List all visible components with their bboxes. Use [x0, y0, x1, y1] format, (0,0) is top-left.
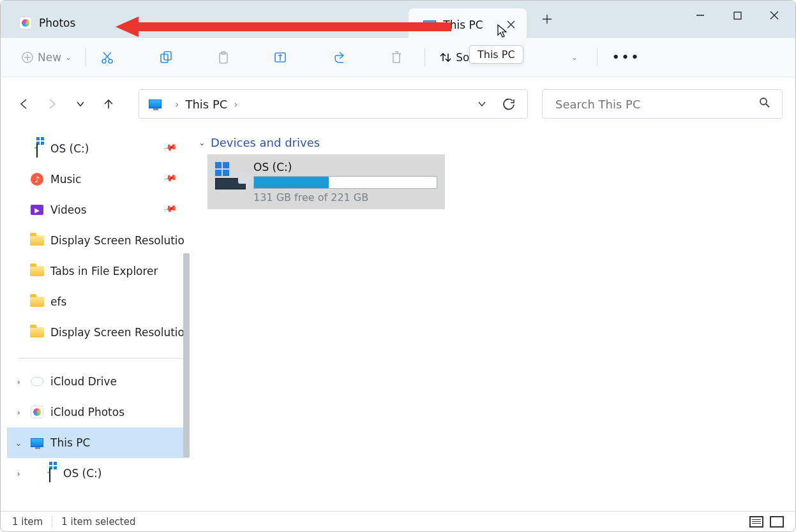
- copy-button[interactable]: [154, 45, 178, 70]
- sidebar-quick-item[interactable]: ♪Music📌: [7, 164, 190, 195]
- breadcrumb-item[interactable]: This PC: [185, 98, 227, 111]
- expand-toggle[interactable]: ›: [12, 377, 25, 387]
- lock-icon: [238, 172, 250, 184]
- sidebar-item-label: Display Screen Resolutio: [50, 326, 184, 339]
- view-toggle: [749, 516, 784, 528]
- sidebar-quick-item[interactable]: Display Screen Resolutio: [7, 317, 190, 348]
- details-view-button[interactable]: [749, 516, 763, 528]
- sidebar-item-label: iCloud Photos: [50, 406, 124, 418]
- pin-icon: 📌: [163, 140, 177, 155]
- tab-label: Photos: [39, 17, 75, 29]
- chevron-down-icon: ⌄: [571, 53, 578, 62]
- drive-icon: [215, 163, 246, 200]
- status-bar: 1 item 1 item selected: [1, 511, 795, 531]
- item-selected: 1 item selected: [61, 516, 135, 528]
- chevron-down-icon: ⌄: [65, 53, 71, 62]
- folder-icon: [30, 264, 44, 278]
- sidebar-item-label: Videos: [50, 203, 87, 216]
- expand-toggle[interactable]: ›: [12, 408, 25, 417]
- monitor-icon: [30, 436, 44, 450]
- navigation-row: › This PC ›: [1, 86, 795, 122]
- sidebar-quick-item[interactable]: Display Screen Resolutio: [7, 225, 190, 256]
- sidebar-item-label: Music: [50, 173, 81, 186]
- more-button[interactable]: •••: [606, 45, 645, 70]
- share-button[interactable]: [327, 45, 352, 70]
- svg-point-2: [102, 59, 106, 63]
- search-icon[interactable]: [759, 97, 770, 111]
- new-tab-button[interactable]: [536, 8, 559, 31]
- svg-point-9: [760, 98, 767, 105]
- drive-name: OS (C:): [253, 161, 437, 174]
- photos-icon: [19, 16, 33, 30]
- new-button[interactable]: New ⌄: [16, 45, 77, 70]
- drive-tile[interactable]: OS (C:) 131 GB free of 221 GB: [207, 154, 445, 209]
- cut-button[interactable]: [95, 45, 119, 70]
- sidebar-tree-item[interactable]: ›iCloud Drive: [7, 366, 190, 397]
- tab-close-button[interactable]: [502, 16, 520, 34]
- pin-icon: 📌: [163, 171, 177, 186]
- video-icon: ▶: [30, 203, 44, 217]
- body-split: OS (C:)📌♪Music📌▶Videos📌Display Screen Re…: [1, 122, 795, 511]
- chevron-right-icon[interactable]: ›: [234, 98, 237, 110]
- folder-icon: [30, 325, 44, 339]
- sidebar-quick-item[interactable]: efs: [7, 286, 190, 317]
- sidebar-tree-item[interactable]: ›iCloud Photos: [7, 397, 190, 427]
- svg-rect-0: [734, 12, 741, 19]
- sidebar-item-label: Display Screen Resolutio: [50, 234, 184, 247]
- address-bar[interactable]: › This PC ›: [139, 89, 528, 119]
- sidebar-tree-item[interactable]: ⌄This PC: [7, 427, 190, 458]
- search-box[interactable]: [542, 89, 783, 119]
- expand-toggle[interactable]: ›: [12, 469, 25, 478]
- monitor-icon: [148, 97, 162, 111]
- maximize-button[interactable]: [719, 1, 756, 30]
- photos-icon: [30, 405, 44, 419]
- view-button[interactable]: ⌄: [566, 45, 583, 70]
- drive-icon: [30, 142, 44, 156]
- chevron-down-icon: ⌄: [199, 138, 206, 147]
- folder-icon: [30, 233, 44, 248]
- sidebar-item-label: iCloud Drive: [50, 375, 117, 388]
- item-count: 1 item: [12, 516, 43, 528]
- tab-tooltip: This PC: [469, 45, 523, 64]
- tab-photos[interactable]: Photos: [10, 8, 84, 38]
- address-dropdown[interactable]: [471, 93, 493, 115]
- cloud-icon: [30, 374, 44, 388]
- recent-button[interactable]: [70, 93, 91, 115]
- sidebar-item-label: efs: [50, 295, 66, 308]
- toolbar: New ⌄ Sort ⌄ ⌄ •••: [1, 38, 795, 77]
- forward-button[interactable]: [41, 93, 63, 115]
- tiles-view-button[interactable]: [770, 516, 784, 528]
- drive-icon: [43, 466, 57, 480]
- window-controls: [682, 1, 793, 30]
- paste-button[interactable]: [211, 45, 236, 70]
- back-button[interactable]: [13, 93, 35, 115]
- up-button[interactable]: [98, 93, 119, 115]
- scrollbar[interactable]: [183, 253, 190, 457]
- pin-icon: 📌: [163, 202, 177, 216]
- sidebar-quick-item[interactable]: ▶Videos📌: [7, 195, 190, 225]
- drive-usage-bar: [253, 176, 437, 189]
- annotation-arrow: [116, 19, 451, 34]
- drive-free-text: 131 GB free of 221 GB: [253, 191, 437, 203]
- search-input[interactable]: [554, 97, 749, 112]
- refresh-button[interactable]: [499, 94, 518, 114]
- main-panel: ⌄ Devices and drives OS (C:) 131 GB free…: [190, 122, 795, 511]
- group-header[interactable]: ⌄ Devices and drives: [199, 136, 785, 149]
- sidebar-quick-item[interactable]: OS (C:)📌: [7, 133, 190, 164]
- svg-point-3: [109, 59, 112, 63]
- rename-button[interactable]: [269, 45, 294, 70]
- expand-toggle[interactable]: ⌄: [12, 438, 25, 448]
- chevron-right-icon[interactable]: ›: [175, 98, 179, 110]
- delete-button[interactable]: [385, 45, 408, 70]
- sidebar-item-label: OS (C:): [50, 142, 89, 155]
- sidebar-item-label: OS (C:): [63, 467, 101, 480]
- sidebar: OS (C:)📌♪Music📌▶Videos📌Display Screen Re…: [1, 122, 190, 511]
- sidebar-quick-item[interactable]: Tabs in File Explorer: [7, 256, 190, 286]
- sidebar-tree-item[interactable]: ›OS (C:): [7, 458, 190, 489]
- music-icon: ♪: [30, 172, 44, 186]
- minimize-button[interactable]: [682, 1, 719, 30]
- close-button[interactable]: [756, 1, 793, 30]
- folder-icon: [30, 295, 44, 309]
- sidebar-item-label: This PC: [50, 436, 90, 449]
- titlebar: Photos This PC This PC: [1, 1, 795, 38]
